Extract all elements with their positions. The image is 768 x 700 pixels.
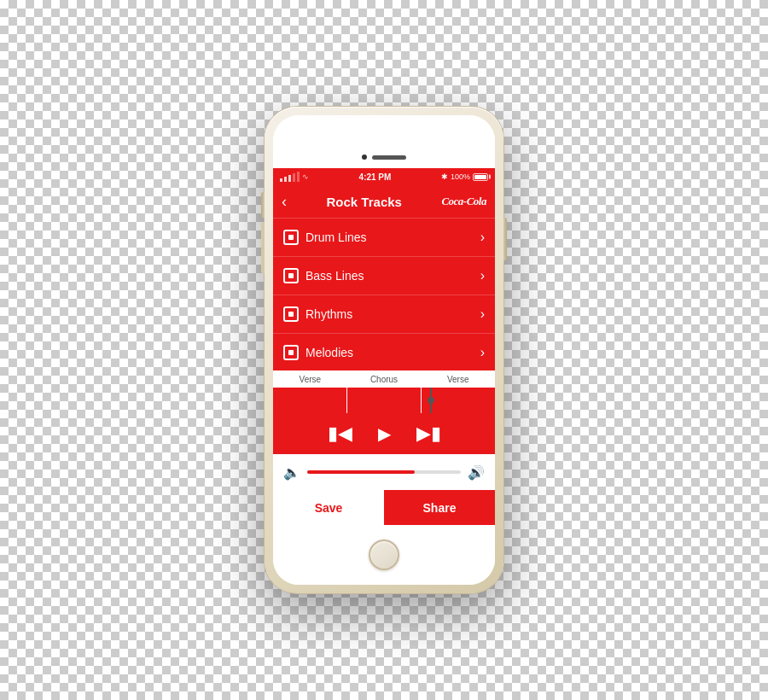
playhead [430, 388, 432, 413]
play-button[interactable]: ▶ [378, 423, 391, 444]
back-button[interactable]: ‹ [282, 194, 287, 209]
melodies-label: Melodies [305, 346, 353, 359]
menu-item-left: Melodies [283, 345, 353, 360]
phone-inner: ∿ 4:21 PM ✱ 100% ‹ Rock Tracks Coca-Cola [273, 115, 495, 585]
bass-lines-icon [283, 268, 299, 283]
action-bar: Save Share [273, 490, 495, 525]
battery-percentage: 100% [451, 172, 470, 181]
status-right: ✱ 100% [441, 172, 488, 181]
status-bar: ∿ 4:21 PM ✱ 100% [273, 168, 495, 185]
chevron-right-icon: › [480, 230, 485, 245]
screen: ∿ 4:21 PM ✱ 100% ‹ Rock Tracks Coca-Cola [273, 168, 495, 525]
menu-item-left: Rhythms [283, 306, 352, 322]
battery-icon [473, 173, 488, 181]
bass-lines-label: Bass Lines [305, 269, 364, 283]
page-title: Rock Tracks [327, 195, 402, 209]
status-left: ∿ [280, 172, 309, 182]
list-item[interactable]: Rhythms › [273, 295, 495, 332]
menu-item-left: Bass Lines [283, 268, 364, 283]
volume-slider[interactable] [307, 470, 461, 474]
previous-button[interactable]: ▮◀ [328, 423, 352, 445]
timeline-label-verse2: Verse [421, 375, 495, 384]
timeline-label-chorus: Chorus [347, 375, 422, 384]
list-item[interactable]: Bass Lines › [273, 256, 495, 294]
drum-lines-label: Drum Lines [305, 230, 367, 244]
app-header: ‹ Rock Tracks Coca-Cola [273, 185, 495, 218]
melodies-icon [283, 345, 299, 360]
volume-low-icon: 🔈 [283, 464, 300, 481]
share-button[interactable]: Share [384, 490, 495, 525]
timeline-chorus [347, 388, 422, 413]
next-button[interactable]: ▶▮ [416, 423, 441, 445]
volume-section: 🔈 🔊 [273, 454, 495, 490]
signal-icon [280, 172, 300, 182]
save-button[interactable]: Save [273, 490, 384, 525]
wifi-icon: ∿ [302, 172, 309, 181]
timeline-labels: Verse Chorus Verse [273, 370, 495, 388]
timeline-section: Verse Chorus Verse [273, 370, 495, 413]
menu-item-left: Drum Lines [283, 230, 367, 245]
timeline-verse2 [422, 388, 495, 413]
list-item[interactable]: Drum Lines › [273, 218, 495, 255]
bottom-bezel [273, 525, 495, 585]
camera-area [362, 155, 406, 160]
drum-lines-icon [283, 230, 299, 245]
speaker-icon [372, 155, 406, 160]
timeline-bar[interactable] [273, 388, 495, 413]
volume-high-icon: 🔊 [468, 464, 485, 481]
chevron-right-icon: › [480, 306, 485, 322]
home-button[interactable] [369, 540, 399, 570]
battery-fill [474, 175, 486, 179]
top-bezel [273, 115, 495, 168]
rhythms-label: Rhythms [305, 307, 352, 321]
playback-controls: ▮◀ ▶ ▶▮ [273, 413, 495, 454]
timeline-label-verse1: Verse [273, 375, 347, 384]
status-time: 4:21 PM [359, 172, 392, 182]
volume-fill [307, 470, 415, 474]
chevron-right-icon: › [480, 345, 485, 360]
list-item[interactable]: Melodies › [273, 333, 495, 370]
timeline-verse1 [273, 388, 347, 413]
menu-list: Drum Lines › Bass Lines › Rhythms [273, 218, 495, 370]
bluetooth-icon: ✱ [441, 172, 448, 181]
coca-cola-logo: Coca-Cola [441, 195, 486, 208]
chevron-right-icon: › [480, 268, 485, 283]
front-camera-icon [362, 155, 367, 160]
phone-frame: ∿ 4:21 PM ✱ 100% ‹ Rock Tracks Coca-Cola [265, 107, 503, 593]
rhythms-icon [283, 306, 299, 322]
